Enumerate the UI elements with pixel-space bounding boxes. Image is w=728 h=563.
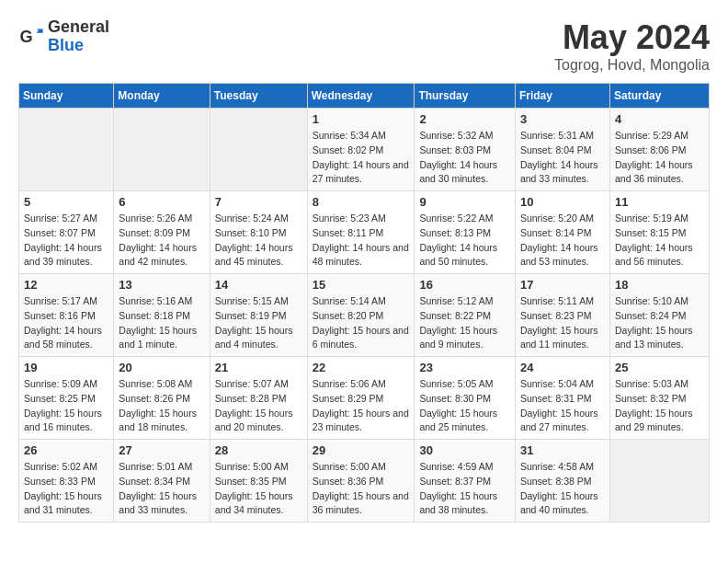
- calendar-day-cell: 15Sunrise: 5:14 AMSunset: 8:20 PMDayligh…: [307, 274, 415, 357]
- calendar-day-cell: 14Sunrise: 5:15 AMSunset: 8:19 PMDayligh…: [210, 274, 307, 357]
- day-info: Sunrise: 4:58 AMSunset: 8:38 PMDaylight:…: [520, 460, 605, 518]
- calendar-header: SundayMondayTuesdayWednesdayThursdayFrid…: [19, 84, 710, 109]
- day-number: 29: [313, 443, 410, 457]
- day-number: 26: [24, 443, 108, 457]
- calendar-day-cell: 10Sunrise: 5:20 AMSunset: 8:14 PMDayligh…: [515, 191, 609, 274]
- day-number: 1: [313, 112, 410, 126]
- calendar-day-cell: [609, 440, 709, 523]
- day-number: 25: [615, 361, 704, 374]
- calendar-day-cell: 13Sunrise: 5:16 AMSunset: 8:18 PMDayligh…: [114, 274, 210, 357]
- calendar-day-cell: 12Sunrise: 5:17 AMSunset: 8:16 PMDayligh…: [19, 274, 114, 357]
- day-info: Sunrise: 5:26 AMSunset: 8:09 PMDaylight:…: [119, 212, 204, 270]
- weekday-header-friday: Friday: [515, 84, 609, 109]
- logo-text: General Blue: [48, 18, 109, 55]
- calendar-day-cell: 11Sunrise: 5:19 AMSunset: 8:15 PMDayligh…: [609, 191, 709, 274]
- calendar-day-cell: 28Sunrise: 5:00 AMSunset: 8:35 PMDayligh…: [210, 440, 307, 523]
- calendar-week-row: 26Sunrise: 5:02 AMSunset: 8:33 PMDayligh…: [19, 440, 710, 523]
- calendar-day-cell: [19, 109, 114, 191]
- day-info: Sunrise: 5:04 AMSunset: 8:31 PMDaylight:…: [520, 377, 605, 435]
- day-info: Sunrise: 5:01 AMSunset: 8:34 PMDaylight:…: [119, 460, 204, 518]
- day-info: Sunrise: 5:03 AMSunset: 8:32 PMDaylight:…: [615, 377, 704, 435]
- day-number: 6: [119, 195, 204, 209]
- calendar-day-cell: 8Sunrise: 5:23 AMSunset: 8:11 PMDaylight…: [307, 191, 415, 274]
- weekday-header-wednesday: Wednesday: [307, 84, 415, 109]
- calendar-day-cell: 21Sunrise: 5:07 AMSunset: 8:28 PMDayligh…: [210, 357, 307, 440]
- day-info: Sunrise: 5:14 AMSunset: 8:20 PMDaylight:…: [313, 294, 410, 352]
- day-number: 11: [615, 195, 704, 209]
- day-number: 14: [215, 278, 302, 292]
- day-info: Sunrise: 5:07 AMSunset: 8:28 PMDaylight:…: [215, 377, 302, 435]
- calendar-day-cell: 25Sunrise: 5:03 AMSunset: 8:32 PMDayligh…: [609, 357, 709, 440]
- day-number: 28: [215, 443, 302, 457]
- day-number: 23: [419, 361, 510, 374]
- calendar-day-cell: 4Sunrise: 5:29 AMSunset: 8:06 PMDaylight…: [609, 109, 709, 191]
- day-number: 3: [520, 112, 605, 126]
- calendar-day-cell: 2Sunrise: 5:32 AMSunset: 8:03 PMDaylight…: [415, 109, 516, 191]
- calendar-day-cell: 16Sunrise: 5:12 AMSunset: 8:22 PMDayligh…: [415, 274, 516, 357]
- weekday-header-row: SundayMondayTuesdayWednesdayThursdayFrid…: [19, 84, 710, 109]
- day-info: Sunrise: 5:17 AMSunset: 8:16 PMDaylight:…: [24, 294, 108, 352]
- month-year-title: May 2024: [554, 18, 710, 57]
- day-info: Sunrise: 5:06 AMSunset: 8:29 PMDaylight:…: [313, 377, 410, 435]
- calendar-day-cell: 19Sunrise: 5:09 AMSunset: 8:25 PMDayligh…: [19, 357, 114, 440]
- day-number: 30: [419, 443, 510, 457]
- calendar-day-cell: 5Sunrise: 5:27 AMSunset: 8:07 PMDaylight…: [19, 191, 114, 274]
- day-number: 13: [119, 278, 204, 292]
- day-number: 21: [215, 361, 302, 374]
- calendar-day-cell: 29Sunrise: 5:00 AMSunset: 8:36 PMDayligh…: [307, 440, 415, 523]
- day-number: 15: [313, 278, 410, 292]
- location-subtitle: Togrog, Hovd, Mongolia: [554, 57, 710, 74]
- page-header: G General Blue May 2024 Togrog, Hovd, Mo…: [18, 18, 710, 74]
- weekday-header-monday: Monday: [114, 84, 210, 109]
- day-number: 31: [520, 443, 605, 457]
- day-number: 22: [313, 361, 410, 374]
- calendar-week-row: 19Sunrise: 5:09 AMSunset: 8:25 PMDayligh…: [19, 357, 710, 440]
- calendar-day-cell: 26Sunrise: 5:02 AMSunset: 8:33 PMDayligh…: [19, 440, 114, 523]
- day-number: 2: [419, 112, 510, 126]
- day-info: Sunrise: 5:15 AMSunset: 8:19 PMDaylight:…: [215, 294, 302, 352]
- day-number: 17: [520, 278, 605, 292]
- day-number: 7: [215, 195, 302, 209]
- weekday-header-thursday: Thursday: [415, 84, 516, 109]
- day-info: Sunrise: 5:00 AMSunset: 8:35 PMDaylight:…: [215, 460, 302, 518]
- weekday-header-saturday: Saturday: [609, 84, 709, 109]
- calendar-table: SundayMondayTuesdayWednesdayThursdayFrid…: [18, 83, 710, 523]
- day-number: 12: [24, 278, 108, 292]
- calendar-day-cell: 23Sunrise: 5:05 AMSunset: 8:30 PMDayligh…: [415, 357, 516, 440]
- day-number: 5: [24, 195, 108, 209]
- calendar-day-cell: 1Sunrise: 5:34 AMSunset: 8:02 PMDaylight…: [307, 109, 415, 191]
- calendar-week-row: 5Sunrise: 5:27 AMSunset: 8:07 PMDaylight…: [19, 191, 710, 274]
- day-number: 24: [520, 361, 605, 374]
- day-info: Sunrise: 5:20 AMSunset: 8:14 PMDaylight:…: [520, 212, 605, 270]
- calendar-week-row: 12Sunrise: 5:17 AMSunset: 8:16 PMDayligh…: [19, 274, 710, 357]
- calendar-day-cell: [114, 109, 210, 191]
- calendar-day-cell: 9Sunrise: 5:22 AMSunset: 8:13 PMDaylight…: [415, 191, 516, 274]
- calendar-day-cell: [210, 109, 307, 191]
- logo-icon: G: [18, 24, 44, 50]
- calendar-day-cell: 27Sunrise: 5:01 AMSunset: 8:34 PMDayligh…: [114, 440, 210, 523]
- logo-blue: Blue: [48, 37, 109, 55]
- day-number: 4: [615, 112, 704, 126]
- calendar-day-cell: 20Sunrise: 5:08 AMSunset: 8:26 PMDayligh…: [114, 357, 210, 440]
- svg-text:G: G: [19, 27, 32, 45]
- day-number: 18: [615, 278, 704, 292]
- day-info: Sunrise: 5:10 AMSunset: 8:24 PMDaylight:…: [615, 294, 704, 352]
- day-info: Sunrise: 5:32 AMSunset: 8:03 PMDaylight:…: [419, 129, 510, 187]
- day-info: Sunrise: 5:19 AMSunset: 8:15 PMDaylight:…: [615, 212, 704, 270]
- day-info: Sunrise: 5:29 AMSunset: 8:06 PMDaylight:…: [615, 129, 704, 187]
- calendar-body: 1Sunrise: 5:34 AMSunset: 8:02 PMDaylight…: [19, 109, 710, 523]
- day-info: Sunrise: 4:59 AMSunset: 8:37 PMDaylight:…: [419, 460, 510, 518]
- day-number: 16: [419, 278, 510, 292]
- day-info: Sunrise: 5:27 AMSunset: 8:07 PMDaylight:…: [24, 212, 108, 270]
- calendar-day-cell: 6Sunrise: 5:26 AMSunset: 8:09 PMDaylight…: [114, 191, 210, 274]
- calendar-day-cell: 18Sunrise: 5:10 AMSunset: 8:24 PMDayligh…: [609, 274, 709, 357]
- calendar-day-cell: 30Sunrise: 4:59 AMSunset: 8:37 PMDayligh…: [415, 440, 516, 523]
- day-number: 8: [313, 195, 410, 209]
- logo-general: General: [48, 18, 109, 37]
- logo: G General Blue: [18, 18, 109, 55]
- day-number: 27: [119, 443, 204, 457]
- calendar-day-cell: 17Sunrise: 5:11 AMSunset: 8:23 PMDayligh…: [515, 274, 609, 357]
- day-info: Sunrise: 5:09 AMSunset: 8:25 PMDaylight:…: [24, 377, 108, 435]
- day-info: Sunrise: 5:24 AMSunset: 8:10 PMDaylight:…: [215, 212, 302, 270]
- day-info: Sunrise: 5:00 AMSunset: 8:36 PMDaylight:…: [313, 460, 410, 518]
